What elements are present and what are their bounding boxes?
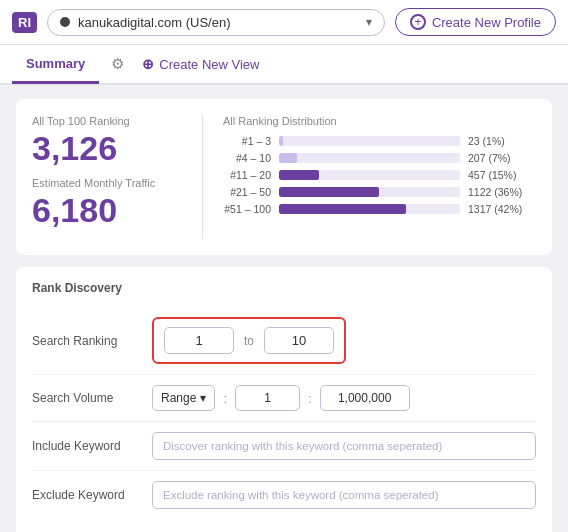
search-ranking-label: Search Ranking (32, 334, 142, 348)
dist-bar-fill (279, 187, 379, 197)
volume-option-label: Range (161, 391, 196, 405)
dist-range-label: #21 – 50 (223, 186, 271, 198)
distribution-rows: #1 – 323 (1%)#4 – 10207 (7%)#11 – 20457 … (223, 135, 536, 215)
dist-range-label: #11 – 20 (223, 169, 271, 181)
to-label: to (244, 334, 254, 348)
distribution-label: All Ranking Distribution (223, 115, 536, 127)
tab-summary[interactable]: Summary (12, 46, 99, 84)
main-content: All Top 100 Ranking 3,126 Estimated Mont… (0, 85, 568, 532)
traffic-label: Estimated Monthly Traffic (32, 177, 182, 189)
dist-range-label: #51 – 100 (223, 203, 271, 215)
gear-icon[interactable]: ⚙ (105, 45, 130, 83)
search-volume-row: Search Volume Range ▾ : : (32, 375, 536, 422)
dist-bar-container (279, 136, 460, 146)
dist-count-label: 1122 (36%) (468, 186, 536, 198)
domain-dropdown[interactable]: kanukadigital.com (US/en) ▾ (47, 9, 385, 36)
distribution-row: #1 – 323 (1%) (223, 135, 536, 147)
domain-dot-icon (60, 17, 70, 27)
rank-discovery-section: Rank Discovery Search Ranking to Search … (16, 267, 552, 532)
search-volume-label: Search Volume (32, 391, 142, 405)
plus-circle-icon: + (410, 14, 426, 30)
include-keyword-label: Include Keyword (32, 439, 142, 453)
ri-badge: RI (12, 12, 37, 33)
exclude-keyword-row: Exclude Keyword (32, 471, 536, 519)
top100-label: All Top 100 Ranking (32, 115, 182, 127)
include-keyword-input[interactable] (152, 432, 536, 460)
dist-range-label: #4 – 10 (223, 152, 271, 164)
create-new-profile-button[interactable]: + Create New Profile (395, 8, 556, 36)
dist-bar-container (279, 170, 460, 180)
chevron-down-icon: ▾ (366, 15, 372, 29)
rank-discovery-title: Rank Discovery (32, 281, 536, 295)
exclude-keyword-controls (152, 481, 536, 509)
tab-bar: Summary ⚙ ⊕ Create New View (0, 45, 568, 85)
stats-left: All Top 100 Ranking 3,126 Estimated Mont… (32, 115, 182, 239)
volume-min-input[interactable] (235, 385, 300, 411)
tab-create-new-view[interactable]: ⊕ Create New View (136, 46, 265, 82)
dist-bar-container (279, 187, 460, 197)
dist-count-label: 1317 (42%) (468, 203, 536, 215)
volume-max-input[interactable] (320, 385, 410, 411)
search-volume-controls: Range ▾ : : (152, 385, 536, 411)
stats-row: All Top 100 Ranking 3,126 Estimated Mont… (16, 99, 552, 255)
dist-count-label: 207 (7%) (468, 152, 536, 164)
dist-bar-fill (279, 170, 319, 180)
volume-range-select[interactable]: Range ▾ (152, 385, 215, 411)
dist-bar-fill (279, 153, 297, 163)
distribution-row: #51 – 1001317 (42%) (223, 203, 536, 215)
distribution-row: #21 – 501122 (36%) (223, 186, 536, 198)
dist-range-label: #1 – 3 (223, 135, 271, 147)
top100-value: 3,126 (32, 131, 182, 165)
search-ranking-from-input[interactable] (164, 327, 234, 354)
create-new-view-label: Create New View (159, 57, 259, 72)
search-ranking-to-input[interactable] (264, 327, 334, 354)
stats-right: All Ranking Distribution #1 – 323 (1%)#4… (223, 115, 536, 239)
dist-count-label: 457 (15%) (468, 169, 536, 181)
include-keyword-row: Include Keyword (32, 422, 536, 471)
create-profile-label: Create New Profile (432, 15, 541, 30)
domain-text: kanukadigital.com (US/en) (78, 15, 358, 30)
search-ranking-controls: to (152, 317, 536, 364)
dist-bar-container (279, 204, 460, 214)
stats-divider (202, 115, 203, 239)
volume-chevron-icon: ▾ (200, 391, 206, 405)
volume-colon2-separator: : (308, 391, 312, 406)
volume-colon-separator: : (223, 391, 227, 406)
search-ranking-highlighted: to (152, 317, 346, 364)
distribution-row: #4 – 10207 (7%) (223, 152, 536, 164)
exclude-keyword-label: Exclude Keyword (32, 488, 142, 502)
dist-count-label: 23 (1%) (468, 135, 536, 147)
include-keyword-controls (152, 432, 536, 460)
dist-bar-fill (279, 204, 406, 214)
search-ranking-row: Search Ranking to (32, 307, 536, 375)
top-bar: RI kanukadigital.com (US/en) ▾ + Create … (0, 0, 568, 45)
traffic-value: 6,180 (32, 193, 182, 227)
dist-bar-container (279, 153, 460, 163)
distribution-row: #11 – 20457 (15%) (223, 169, 536, 181)
dist-bar-fill (279, 136, 283, 146)
exclude-keyword-input[interactable] (152, 481, 536, 509)
plus-icon: ⊕ (142, 56, 154, 72)
